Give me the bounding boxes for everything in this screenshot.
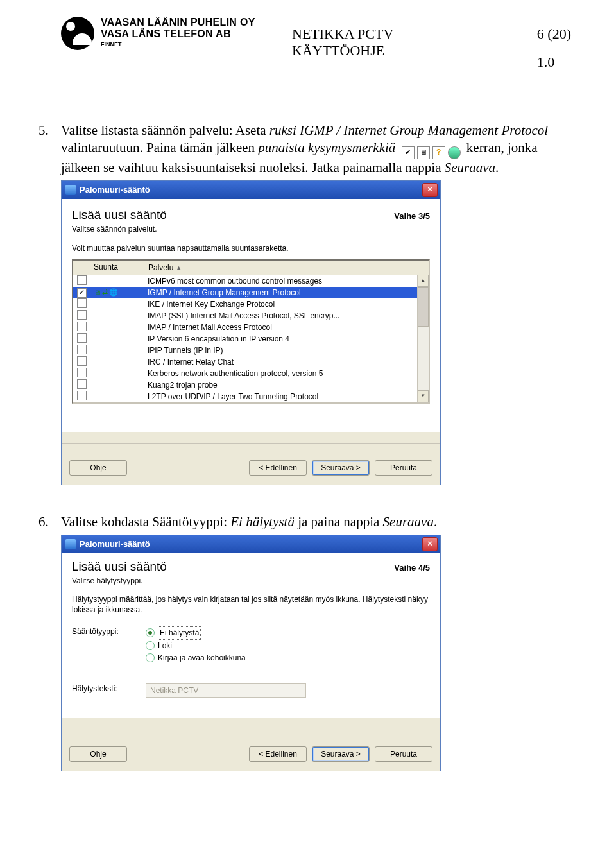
pc-icon: 🖥 <box>94 289 101 297</box>
service-name: IMAP (SSL) Internet Mail Access Protocol… <box>144 311 429 320</box>
firewall-rule-dialog-step3: Palomuuri-sääntö × Lisää uusi sääntö Vai… <box>61 180 441 485</box>
dialog-subtitle: Valitse hälytystyyppi. <box>72 576 430 585</box>
row-checkbox[interactable] <box>77 310 87 320</box>
col-service[interactable]: Palvelu ▲ <box>144 261 429 275</box>
rule-type-row: Sääntötyyppi: Ei hälytystäLokiKirjaa ja … <box>72 626 430 664</box>
dialog-heading: Lisää uusi sääntö <box>72 560 167 574</box>
scroll-thumb[interactable] <box>418 287 429 327</box>
company-name-fi: VAASAN LÄÄNIN PUHELIN OY <box>101 17 255 28</box>
row-checkbox[interactable] <box>77 368 87 377</box>
radio-option[interactable]: Kirjaa ja avaa kohoikkuna <box>146 652 246 664</box>
check-icon <box>402 146 415 159</box>
close-button[interactable]: × <box>422 183 438 197</box>
radio-label: Ei hälytystä <box>158 626 201 640</box>
table-row[interactable]: IMAP / Internet Mail Access Protocol <box>73 322 429 333</box>
table-row[interactable]: Kerberos network authentication protocol… <box>73 368 429 379</box>
wizard-step-label: Vaihe 3/5 <box>394 211 430 221</box>
dialog-footer: Ohje < Edellinen Seuraava > Peruuta <box>62 451 440 485</box>
rule-type-radiogroup[interactable]: Ei hälytystäLokiKirjaa ja avaa kohoikkun… <box>146 626 246 664</box>
titlebar[interactable]: Palomuuri-sääntö × <box>62 535 440 553</box>
step5-paragraph: 5.Valitse listasta säännön palvelu: Aset… <box>61 122 571 176</box>
company-logo-block: VAASAN LÄÄNIN PUHELIN OY VASA LÄNS TELEF… <box>61 17 255 50</box>
previous-button[interactable]: < Edellinen <box>249 746 307 762</box>
radio-option[interactable]: Loki <box>146 640 246 652</box>
step6-number: 6. <box>38 513 61 531</box>
step6-seuraava: Seuraava <box>383 514 434 529</box>
window-icon <box>65 185 76 195</box>
page-number: 6 (20) <box>537 26 571 42</box>
next-button[interactable]: Seuraava > <box>312 460 370 476</box>
row-checkbox[interactable] <box>77 345 87 354</box>
step5-seuraava: Seuraava <box>445 160 495 175</box>
radio-label: Kirjaa ja avaa kohoikkuna <box>158 652 246 664</box>
direction-cell[interactable]: 🖥⇄🌐 <box>90 288 144 297</box>
close-button[interactable]: × <box>422 537 438 551</box>
table-row[interactable]: ICMPv6 most common outbound control mess… <box>73 275 429 287</box>
dialog-heading: Lisää uusi sääntö <box>72 208 167 222</box>
col-direction[interactable]: Suunta <box>90 261 144 275</box>
service-name: IRC / Internet Relay Chat <box>144 357 429 366</box>
service-name: IPIP Tunnels (IP in IP) <box>144 346 429 355</box>
row-checkbox[interactable] <box>77 322 87 331</box>
question-icon: ? <box>432 146 445 159</box>
step5-pre: Valitse listasta säännön palvelu: Aseta <box>61 123 270 138</box>
dialog-note: Voit muuttaa palvelun suuntaa napsauttam… <box>72 244 430 253</box>
table-row[interactable]: ✓🖥⇄🌐IGMP / Internet Group Management Pro… <box>73 287 429 298</box>
table-row[interactable]: IKE / Internet Key Exchange Protocol <box>73 298 429 310</box>
dialog-footer: Ohje < Edellinen Seuraava > Peruuta <box>62 737 440 771</box>
window-title: Palomuuri-sääntö <box>80 185 150 194</box>
row-checkbox[interactable] <box>77 333 87 343</box>
help-button[interactable]: Ohje <box>69 746 127 762</box>
step5-end: . <box>495 160 499 175</box>
step6-pre: Valitse kohdasta Sääntötyyppi: <box>61 514 230 529</box>
row-checkbox[interactable]: ✓ <box>77 288 87 298</box>
list-header[interactable]: Suunta Palvelu ▲ <box>73 261 429 275</box>
cancel-button[interactable]: Peruuta <box>375 746 432 762</box>
inline-icon-strip: 🖥 ? <box>402 146 461 159</box>
step5-number: 5. <box>38 122 61 139</box>
window-title: Palomuuri-sääntö <box>80 539 150 549</box>
alert-type-description: Hälytystyyppi määrittää, jos hälytys vai… <box>72 594 430 615</box>
doc-title-line1: NETIKKA PCTV <box>292 26 393 42</box>
radio-option[interactable]: Ei hälytystä <box>146 626 246 640</box>
step6-end: . <box>434 514 437 529</box>
service-name: Kuang2 trojan probe <box>144 381 429 390</box>
radio-dot-icon <box>146 653 155 662</box>
next-button[interactable]: Seuraava > <box>312 746 370 762</box>
service-name: ICMPv6 most common outbound control mess… <box>144 277 429 286</box>
wizard-step-label: Vaihe 4/5 <box>394 563 430 572</box>
row-checkbox[interactable] <box>77 275 87 285</box>
table-row[interactable]: IMAP (SSL) Internet Mail Access Protocol… <box>73 310 429 322</box>
radio-dot-icon <box>146 641 155 650</box>
help-button[interactable]: Ohje <box>69 460 127 476</box>
alert-text-row: Hälytysteksti: <box>72 683 430 698</box>
cancel-button[interactable]: Peruuta <box>375 460 432 476</box>
table-row[interactable]: IPIP Tunnels (IP in IP) <box>73 345 429 356</box>
row-checkbox[interactable] <box>77 298 87 308</box>
table-row[interactable]: Kuang2 trojan probe <box>73 379 429 391</box>
window-icon <box>65 539 76 549</box>
step5-mid1: valintaruutuun. Paina tämän jälkeen <box>61 140 258 155</box>
row-checkbox[interactable] <box>77 379 87 389</box>
bidir-arrows-icon: ⇄ <box>102 288 108 297</box>
rule-type-label: Sääntötyyppi: <box>72 626 146 636</box>
finnet-label: FINNET <box>101 41 255 47</box>
vertical-scrollbar[interactable]: ▴ ▾ <box>417 275 429 402</box>
step5-ruksi: ruksi IGMP / Internet Group Management P… <box>270 123 548 138</box>
table-row[interactable]: IRC / Internet Relay Chat <box>73 356 429 368</box>
globe-icon <box>448 146 461 159</box>
table-row[interactable]: IP Version 6 encapsulation in IP version… <box>73 333 429 345</box>
previous-button[interactable]: < Edellinen <box>249 460 307 476</box>
service-name: Kerberos network authentication protocol… <box>144 369 429 378</box>
list-body[interactable]: ICMPv6 most common outbound control mess… <box>73 275 429 402</box>
doc-title-line2: KÄYTTÖOHJE <box>292 42 393 59</box>
alert-text-input[interactable] <box>146 683 306 698</box>
scroll-down-button[interactable]: ▾ <box>418 390 429 402</box>
row-checkbox[interactable] <box>77 391 87 400</box>
row-checkbox[interactable] <box>77 356 87 366</box>
logo-mark <box>61 17 94 50</box>
scroll-up-button[interactable]: ▴ <box>418 275 429 287</box>
alert-text-label: Hälytysteksti: <box>72 683 146 693</box>
table-row[interactable]: L2TP over UDP/IP / Layer Two Tunneling P… <box>73 391 429 402</box>
titlebar[interactable]: Palomuuri-sääntö × <box>62 181 440 199</box>
